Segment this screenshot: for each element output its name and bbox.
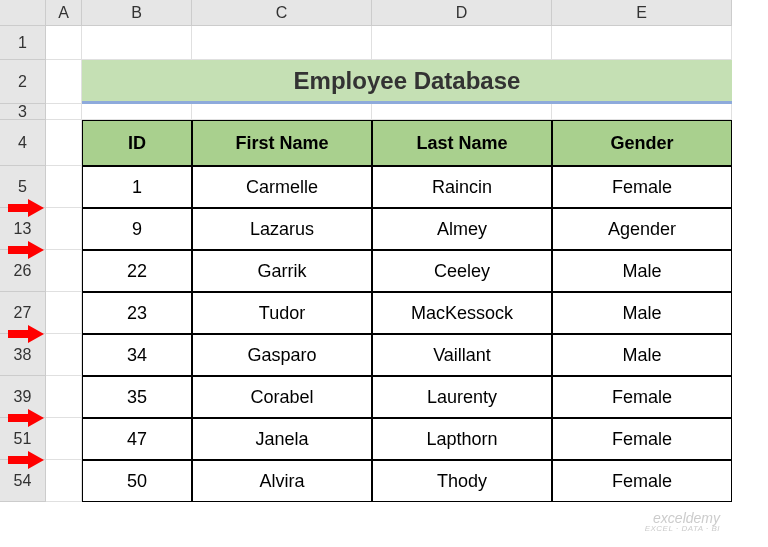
title-banner: Employee Database (82, 60, 732, 104)
cell[interactable] (552, 104, 732, 120)
table-cell[interactable]: 23 (82, 292, 192, 334)
arrow-right-icon (8, 199, 44, 217)
svg-marker-3 (8, 409, 44, 427)
svg-marker-1 (8, 241, 44, 259)
col-header-D[interactable]: D (372, 0, 552, 26)
table-cell[interactable]: Corabel (192, 376, 372, 418)
table-cell[interactable]: Alvira (192, 460, 372, 502)
table-cell[interactable]: Female (552, 418, 732, 460)
svg-marker-0 (8, 199, 44, 217)
table-cell[interactable]: Lazarus (192, 208, 372, 250)
table-cell[interactable]: Vaillant (372, 334, 552, 376)
row-header-3[interactable]: 3 (0, 104, 46, 120)
table-cell[interactable]: Agender (552, 208, 732, 250)
col-header-C[interactable]: C (192, 0, 372, 26)
table-cell[interactable]: Garrik (192, 250, 372, 292)
table-cell[interactable]: Female (552, 166, 732, 208)
table-header-gender: Gender (552, 120, 732, 166)
table-cell[interactable]: Male (552, 334, 732, 376)
arrow-right-icon (8, 325, 44, 343)
svg-marker-4 (8, 451, 44, 469)
table-cell[interactable]: Carmelle (192, 166, 372, 208)
table-cell[interactable]: Male (552, 292, 732, 334)
table-cell[interactable]: Lapthorn (372, 418, 552, 460)
table-cell[interactable]: Laurenty (372, 376, 552, 418)
table-header-id: ID (82, 120, 192, 166)
table-cell[interactable]: 1 (82, 166, 192, 208)
table-header-first-name: First Name (192, 120, 372, 166)
table-cell[interactable]: Female (552, 460, 732, 502)
cell[interactable] (46, 104, 82, 120)
table-cell[interactable]: Male (552, 250, 732, 292)
table-cell[interactable]: Thody (372, 460, 552, 502)
cell[interactable] (82, 104, 192, 120)
table-cell[interactable]: Female (552, 376, 732, 418)
cell[interactable] (46, 250, 82, 292)
cell[interactable] (46, 166, 82, 208)
cell[interactable] (372, 104, 552, 120)
row-header-1[interactable]: 1 (0, 26, 46, 60)
cell[interactable] (82, 26, 192, 60)
table-cell[interactable]: 22 (82, 250, 192, 292)
col-header-A[interactable]: A (46, 0, 82, 26)
row-header-4[interactable]: 4 (0, 120, 46, 166)
cell[interactable] (46, 334, 82, 376)
table-cell[interactable]: MacKessock (372, 292, 552, 334)
col-header-B[interactable]: B (82, 0, 192, 26)
arrow-right-icon (8, 451, 44, 469)
table-cell[interactable]: 47 (82, 418, 192, 460)
select-all-corner[interactable] (0, 0, 46, 26)
svg-marker-2 (8, 325, 44, 343)
cell[interactable] (46, 376, 82, 418)
cell[interactable] (192, 104, 372, 120)
table-cell[interactable]: 34 (82, 334, 192, 376)
table-cell[interactable]: Raincin (372, 166, 552, 208)
cell[interactable] (192, 26, 372, 60)
table-cell[interactable]: Janela (192, 418, 372, 460)
table-cell[interactable]: 35 (82, 376, 192, 418)
table-cell[interactable]: Gasparo (192, 334, 372, 376)
arrow-right-icon (8, 241, 44, 259)
table-cell[interactable]: Tudor (192, 292, 372, 334)
watermark-sub: EXCEL · DATA · BI (645, 525, 720, 533)
col-header-E[interactable]: E (552, 0, 732, 26)
cell[interactable] (46, 292, 82, 334)
row-header-2[interactable]: 2 (0, 60, 46, 104)
cell[interactable] (46, 60, 82, 104)
cell[interactable] (372, 26, 552, 60)
cell[interactable] (46, 26, 82, 60)
watermark: exceldemy EXCEL · DATA · BI (645, 511, 720, 533)
cell[interactable] (552, 26, 732, 60)
cell[interactable] (46, 208, 82, 250)
table-cell[interactable]: 9 (82, 208, 192, 250)
table-header-last-name: Last Name (372, 120, 552, 166)
arrow-right-icon (8, 409, 44, 427)
table-cell[interactable]: Almey (372, 208, 552, 250)
table-cell[interactable]: Ceeley (372, 250, 552, 292)
cell[interactable] (46, 418, 82, 460)
cell[interactable] (46, 120, 82, 166)
cell[interactable] (46, 460, 82, 502)
table-cell[interactable]: 50 (82, 460, 192, 502)
